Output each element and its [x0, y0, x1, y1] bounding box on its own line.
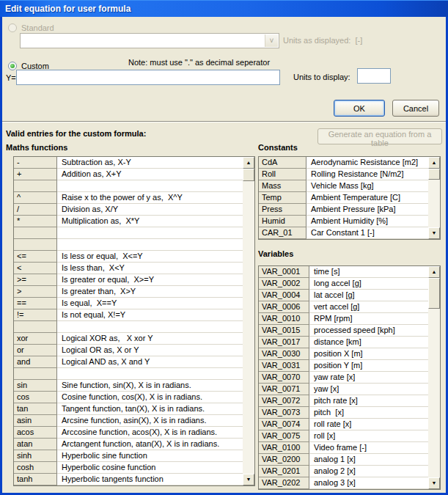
- row-description: Video frame [-]: [309, 442, 428, 454]
- row-key: <: [14, 263, 57, 274]
- table-row[interactable]: <=Is less or equal, X<=Y: [14, 251, 243, 263]
- table-row[interactable]: TempAmbient Temperature [C]: [259, 192, 428, 204]
- scroll-down-icon[interactable]: ▼: [428, 227, 440, 239]
- table-row[interactable]: *Multiplication as, X*Y: [14, 216, 243, 227]
- window-title: Edit equation for user formula: [5, 4, 131, 14]
- table-row[interactable]: VAR_0015processed speed [kph]: [259, 325, 428, 337]
- row-key: VAR_0073: [259, 407, 309, 419]
- table-row[interactable]: VAR_0031position Y [m]: [259, 360, 428, 372]
- table-row[interactable]: HumidAmbient Humidity [%]: [259, 216, 428, 227]
- row-description: Arcsine function, asin(X), X is in radia…: [57, 415, 243, 427]
- table-row[interactable]: /Division as, X/Y: [14, 204, 243, 216]
- table-row[interactable]: VAR_0200analog 1 [x]: [259, 454, 428, 466]
- table-row[interactable]: VAR_0073pitch [x]: [259, 407, 428, 419]
- row-key: atan: [14, 439, 57, 450]
- table-row[interactable]: VAR_0017distance [km]: [259, 337, 428, 348]
- table-row[interactable]: VAR_0002long accel [g]: [259, 278, 428, 290]
- formula-input[interactable]: [16, 70, 280, 85]
- scroll-down-icon[interactable]: ▼: [243, 474, 254, 485]
- table-row[interactable]: CAR_01Car Constant 1 [-]: [259, 227, 428, 239]
- table-row[interactable]: -Subtraction as, X-Y: [14, 157, 243, 169]
- row-description: [57, 180, 243, 192]
- units-as-displayed-label: Units as displayed: [-]: [283, 36, 362, 45]
- row-description: Subtraction as, X-Y: [57, 157, 243, 169]
- constants-heading: Constants: [258, 143, 298, 152]
- standard-radio[interactable]: [8, 23, 17, 32]
- table-row[interactable]: VAR_0202analog 3 [x]: [259, 477, 428, 489]
- table-row[interactable]: asinArcsine function, asin(X), X is in r…: [14, 415, 243, 427]
- variables-scrollbar[interactable]: ▲ ▼: [428, 266, 440, 489]
- table-row[interactable]: xorLogical XOR as, X xor Y: [14, 333, 243, 345]
- decimal-separator-note: Note: must use "." as decimal seperator: [128, 58, 270, 67]
- table-row[interactable]: orLogical OR as, X or Y: [14, 345, 243, 356]
- table-row[interactable]: VAR_0071yaw [x]: [259, 384, 428, 395]
- constants-table: CdAAerodynamic Resistance [m2]RollRollin…: [258, 156, 441, 240]
- row-key: <=: [14, 251, 57, 263]
- table-row[interactable]: CdAAerodynamic Resistance [m2]: [259, 157, 428, 169]
- table-row[interactable]: VAR_0201analog 2 [x]: [259, 466, 428, 477]
- variables-scrollbar-thumb[interactable]: [428, 278, 440, 309]
- table-row[interactable]: VAR_0070yaw rate [x]: [259, 372, 428, 384]
- table-row[interactable]: VAR_0010RPM [rpm]: [259, 313, 428, 325]
- table-row[interactable]: atanArctangent function, atan(X), X is i…: [14, 439, 243, 450]
- table-row[interactable]: [14, 321, 243, 333]
- table-row[interactable]: RollRolling Resistance [N/m2]: [259, 169, 428, 180]
- table-row[interactable]: VAR_0074roll rate [x]: [259, 419, 428, 430]
- row-key: VAR_0006: [259, 301, 309, 313]
- row-description: Is greater or equal, X>=Y: [57, 274, 243, 286]
- maths-functions-rows: -Subtraction as, X-Y+Addition as, X+Y^Ra…: [14, 157, 243, 485]
- row-description: yaw rate [x]: [309, 372, 428, 384]
- table-row[interactable]: VAR_0030position X [m]: [259, 348, 428, 360]
- row-description: Hyperbolic cosine function: [57, 462, 243, 474]
- units-to-display-input[interactable]: [357, 68, 391, 84]
- table-row[interactable]: VAR_0004lat accel [g]: [259, 290, 428, 301]
- table-row[interactable]: [14, 227, 243, 239]
- constants-scrollbar[interactable]: ▲ ▼: [428, 157, 440, 239]
- row-key: or: [14, 345, 57, 356]
- row-description: Division as, X/Y: [57, 204, 243, 216]
- row-description: Logical XOR as, X xor Y: [57, 333, 243, 345]
- table-row[interactable]: andLogical AND as, X and Y: [14, 356, 243, 368]
- table-row[interactable]: coshHyperbolic cosine function: [14, 462, 243, 474]
- generate-equation-button[interactable]: Generate an equation from a table: [317, 128, 442, 144]
- dialog-window: Edit equation for user formula Standard …: [0, 0, 448, 495]
- scroll-down-icon[interactable]: ▼: [428, 477, 440, 489]
- table-row[interactable]: [14, 368, 243, 380]
- table-row[interactable]: [14, 180, 243, 192]
- table-row[interactable]: MassVehicle Mass [kg]: [259, 180, 428, 192]
- table-row[interactable]: !=Is not equal, X!=Y: [14, 309, 243, 321]
- maths-scrollbar[interactable]: ▲ ▼: [243, 157, 254, 485]
- table-row[interactable]: tanTangent function, tan(X), X is in rad…: [14, 403, 243, 415]
- row-key: [14, 180, 57, 192]
- cancel-button[interactable]: Cancel: [392, 100, 439, 117]
- scroll-up-icon[interactable]: ▲: [243, 157, 254, 169]
- table-row[interactable]: [14, 239, 243, 251]
- title-bar[interactable]: Edit equation for user formula: [0, 0, 448, 17]
- table-row[interactable]: VAR_0075roll [x]: [259, 430, 428, 442]
- table-row[interactable]: sinhHyperbolic sine function: [14, 450, 243, 462]
- table-row[interactable]: sinSine function, sin(X), X is in radian…: [14, 380, 243, 392]
- table-row[interactable]: VAR_0006vert accel [g]: [259, 301, 428, 313]
- table-row[interactable]: acosArccosine function, acos(X), X is in…: [14, 427, 243, 439]
- table-row[interactable]: >=Is greater or equal, X>=Y: [14, 274, 243, 286]
- table-row[interactable]: ^Raise x to the power of y as, X^Y: [14, 192, 243, 204]
- table-row[interactable]: ==Is equal, X==Y: [14, 298, 243, 309]
- row-description: lat accel [g]: [309, 290, 428, 301]
- table-row[interactable]: VAR_0100Video frame [-]: [259, 442, 428, 454]
- table-row[interactable]: cosCosine function, cos(X), X is in radi…: [14, 392, 243, 403]
- standard-formula-select[interactable]: ˅: [20, 33, 279, 48]
- row-key: VAR_0072: [259, 395, 309, 407]
- table-row[interactable]: PressAmbient Pressure [kPa]: [259, 204, 428, 216]
- ok-button[interactable]: OK: [334, 100, 385, 117]
- row-description: Rolling Resistance [N/m2]: [306, 169, 428, 180]
- table-row[interactable]: VAR_0001time [s]: [259, 266, 428, 278]
- table-row[interactable]: +Addition as, X+Y: [14, 169, 243, 180]
- table-row[interactable]: <Is less than, X<Y: [14, 263, 243, 274]
- table-row[interactable]: VAR_0072pitch rate [x]: [259, 395, 428, 407]
- table-row[interactable]: tanhHyperbolic tangents function: [14, 474, 243, 485]
- scroll-up-icon[interactable]: ▲: [428, 266, 440, 278]
- scroll-up-icon[interactable]: ▲: [428, 157, 440, 169]
- constants-scrollbar-thumb[interactable]: [428, 169, 440, 180]
- maths-scrollbar-thumb[interactable]: [243, 169, 254, 181]
- table-row[interactable]: >Is greater than, X>Y: [14, 286, 243, 298]
